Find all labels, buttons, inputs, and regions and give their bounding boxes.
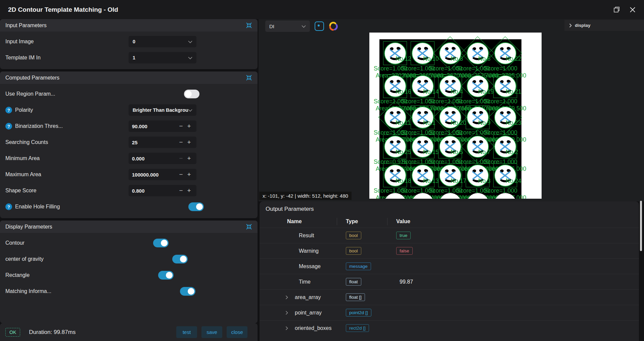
param-label: Minimum Area (5, 155, 40, 161)
decrement-button[interactable]: − (177, 123, 185, 130)
stepper-value: 100000.000 (132, 172, 177, 178)
decrement-button[interactable]: − (177, 171, 185, 178)
result-image[interactable]: No.12Score=1.000Area=2702.000No.10Score=… (369, 33, 542, 199)
type-badge: float [] (346, 293, 365, 301)
section-computed-parameters: Computed ParametersUse Region Param...?P… (0, 71, 258, 218)
section-body: Contourcenter of gravityRectangleMatchin… (0, 233, 258, 303)
dropdown-polarity[interactable]: Brighter Than Backgrour (129, 104, 196, 116)
dropdown-value: 0 (133, 39, 188, 44)
toggle-enable-hole-filling[interactable] (188, 202, 204, 211)
value-badge: false (396, 247, 413, 255)
chevron-down-icon (188, 55, 192, 61)
toggle-contour[interactable] (153, 239, 169, 247)
expand-row-icon[interactable] (285, 311, 288, 315)
param-row-searching-counts: Searching Counts25−+ (0, 134, 258, 150)
param-label: Rectangle (5, 272, 30, 278)
toggle-rectangle[interactable] (158, 271, 174, 280)
image-source-select[interactable]: DI (265, 20, 310, 32)
section-header-computed-parameters: Computed Parameters (0, 71, 258, 84)
help-icon[interactable]: ? (5, 107, 12, 113)
section-header-display-parameters: Display Parameters (0, 221, 258, 233)
collapse-section-icon[interactable] (246, 22, 252, 29)
section-body: Use Region Param...?PolarityBrighter Tha… (0, 84, 258, 218)
increment-button[interactable]: + (185, 123, 193, 130)
decrement-button[interactable]: − (177, 187, 185, 194)
type-badge: rect2d [] (346, 324, 369, 332)
section-title: Input Parameters (5, 22, 47, 29)
toggle-use-region-param[interactable] (184, 90, 199, 98)
decrement-button[interactable]: − (177, 155, 185, 162)
vertical-scrollbar-thumb[interactable] (640, 201, 642, 251)
increment-button[interactable]: + (185, 187, 193, 194)
toggle-matching-informa[interactable] (180, 287, 195, 296)
match-number-label: No.12 (396, 56, 411, 62)
help-icon[interactable]: ? (5, 203, 12, 210)
duration-text: Duration: 99.87ms (29, 329, 76, 336)
param-label: Maximum Area (5, 172, 41, 178)
section-input-parameters: Input ParametersInput Image0Template IM … (0, 19, 258, 69)
toggle-knob (166, 272, 173, 279)
window-controls (613, 6, 636, 13)
output-name: Result (299, 233, 314, 239)
table-row-message: Messagemessage (260, 258, 639, 274)
column-header-value: Value (396, 218, 410, 225)
table-row-oriented-boxes: oriented_boxesrect2d [] (260, 320, 639, 336)
dropdown-value: 1 (133, 55, 188, 60)
collapse-section-icon[interactable] (246, 224, 252, 230)
chevron-down-icon (188, 107, 192, 113)
display-panel-header[interactable]: display (564, 20, 644, 31)
stepper-minimum-area: 0.000−+ (129, 153, 196, 164)
table-row-area-array: area_arrayfloat [] (260, 289, 639, 305)
match-number-label: No.8 (451, 56, 463, 62)
match-number-label: No.10 (423, 56, 439, 62)
match-number-label: No.23 (506, 120, 521, 126)
close-button[interactable]: close (227, 326, 247, 338)
output-name: Message (299, 263, 321, 270)
expand-row-icon[interactable] (285, 295, 288, 299)
close-window-icon[interactable] (629, 6, 636, 13)
column-separator (387, 218, 387, 225)
viewer-status-text: x: -101, y: -42 | width: 512, height: 48… (259, 192, 352, 200)
expand-row-icon[interactable] (285, 326, 288, 330)
column-header-type: Type (346, 218, 358, 225)
decrement-button[interactable]: − (177, 139, 185, 146)
window-title: 2D Contour Template Matching - Old (8, 6, 118, 13)
dropdown-template-im-in[interactable]: 1 (129, 52, 196, 63)
match-score-label: Score=1.000 (484, 66, 517, 72)
increment-button[interactable]: + (185, 139, 193, 146)
parameters-panel: Input ParametersInput Image0Template IM … (0, 19, 258, 323)
param-row-contour: Contour (0, 235, 258, 251)
match-number-label: No.15 (423, 149, 439, 155)
match-number-label: No.20 (451, 120, 466, 126)
param-label: Binarization Thres... (15, 123, 63, 129)
footer-buttons: testsaveclose (176, 326, 252, 338)
param-row-maximum-area: Maximum Area100000.000−+ (0, 166, 258, 183)
section-title: Computed Parameters (5, 75, 59, 81)
collapse-section-icon[interactable] (246, 75, 252, 81)
output-name: area_array (295, 294, 321, 300)
save-button[interactable]: save (201, 326, 222, 338)
increment-button[interactable]: + (185, 171, 193, 178)
type-badge: float (346, 278, 361, 286)
match-number-label: No.1 (423, 120, 435, 126)
param-label: Searching Counts (5, 139, 48, 145)
match-number-label: No.22 (506, 56, 521, 62)
restore-window-icon[interactable] (613, 6, 620, 13)
param-row-binarization-thres: ?Binarization Thres...90.000−+ (0, 118, 258, 134)
output-table-header: Name Type Value (260, 215, 639, 228)
param-row-minimum-area: Minimum Area0.000−+ (0, 150, 258, 166)
output-parameters-panel: Output Parameters Name Type Value Result… (260, 201, 639, 341)
dropdown-input-image[interactable]: 0 (129, 36, 196, 47)
test-button[interactable]: test (176, 326, 197, 338)
help-icon[interactable]: ? (5, 123, 12, 130)
param-row-input-image: Input Image0 (0, 34, 258, 50)
column-header-name: Name (287, 218, 302, 225)
fit-view-icon[interactable] (315, 21, 324, 31)
section-header-input-parameters: Input Parameters (0, 19, 258, 32)
footer-bar: OK Duration: 99.87ms testsaveclose (0, 323, 258, 341)
image-viewer: DI No.12Score=1.000Area=2702.000No.10Sco… (259, 19, 644, 201)
increment-button[interactable]: + (185, 155, 193, 162)
dropdown-value: Brighter Than Backgrour (133, 107, 188, 113)
match-number-label: No.16 (396, 89, 411, 95)
toggle-center-of-gravity[interactable] (172, 255, 188, 263)
